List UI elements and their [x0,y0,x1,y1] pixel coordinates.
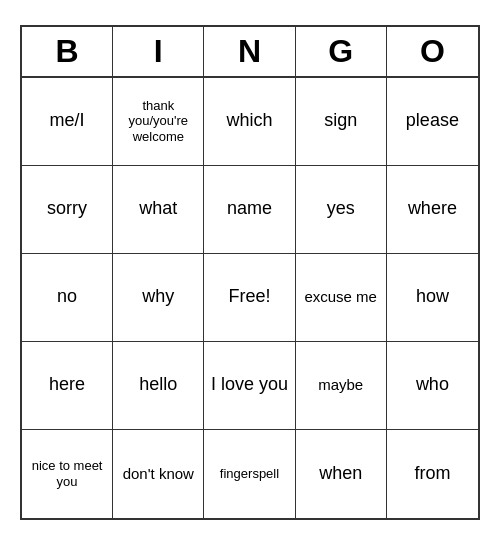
bingo-cell: why [113,254,204,342]
bingo-cell: yes [296,166,387,254]
bingo-cell: fingerspell [204,430,295,518]
bingo-cell: here [22,342,113,430]
bingo-header-letter: B [22,27,113,76]
bingo-cell: no [22,254,113,342]
bingo-cell: excuse me [296,254,387,342]
bingo-cell: name [204,166,295,254]
bingo-grid: me/Ithank you/you're welcomewhichsignple… [22,78,478,518]
bingo-cell: me/I [22,78,113,166]
bingo-cell: how [387,254,478,342]
bingo-cell: nice to meet you [22,430,113,518]
bingo-cell: hello [113,342,204,430]
bingo-cell: thank you/you're welcome [113,78,204,166]
bingo-header-letter: G [296,27,387,76]
bingo-cell: which [204,78,295,166]
bingo-header: BINGO [22,27,478,78]
bingo-cell: don't know [113,430,204,518]
bingo-cell: from [387,430,478,518]
bingo-cell: where [387,166,478,254]
bingo-header-letter: I [113,27,204,76]
bingo-cell: when [296,430,387,518]
bingo-cell: please [387,78,478,166]
bingo-header-letter: O [387,27,478,76]
bingo-cell: sign [296,78,387,166]
bingo-cell: Free! [204,254,295,342]
bingo-cell: sorry [22,166,113,254]
bingo-cell: maybe [296,342,387,430]
bingo-cell: who [387,342,478,430]
bingo-header-letter: N [204,27,295,76]
bingo-cell: I love you [204,342,295,430]
bingo-card: BINGO me/Ithank you/you're welcomewhichs… [20,25,480,520]
bingo-cell: what [113,166,204,254]
